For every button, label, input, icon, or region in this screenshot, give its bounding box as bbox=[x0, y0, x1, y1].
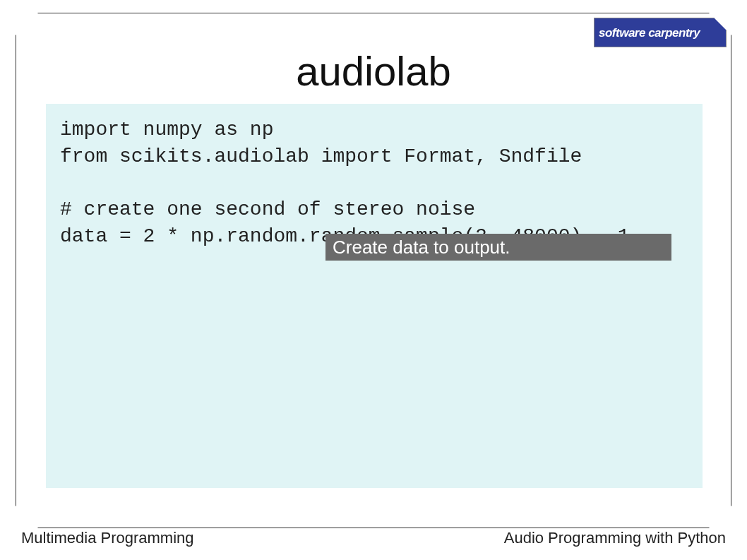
logo-text-top: software carpentry bbox=[599, 26, 722, 40]
footer-right: Audio Programming with Python bbox=[504, 529, 726, 547]
code-block: import numpy as np from scikits.audiolab… bbox=[46, 104, 703, 488]
callout-label: Create data to output. bbox=[325, 234, 671, 261]
slide-title: audiolab bbox=[16, 47, 731, 95]
software-carpentry-logo: software carpentry bbox=[594, 18, 727, 47]
footer-left: Multimedia Programming bbox=[21, 529, 194, 547]
slide-frame: software carpentry audiolab import numpy… bbox=[16, 13, 731, 528]
